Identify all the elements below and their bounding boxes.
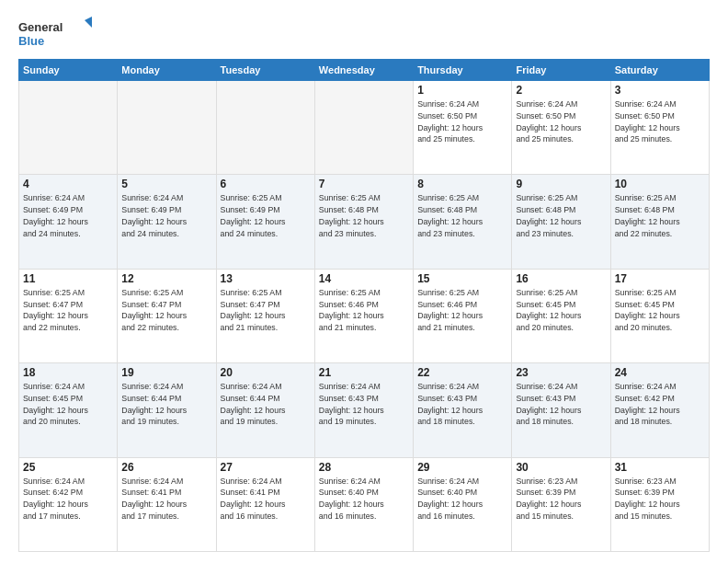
calendar-cell: 2Sunrise: 6:24 AMSunset: 6:50 PMDaylight… <box>512 81 610 175</box>
day-info: Sunrise: 6:24 AMSunset: 6:40 PMDaylight:… <box>417 476 507 523</box>
day-number: 29 <box>417 461 507 474</box>
day-number: 16 <box>516 272 606 285</box>
day-info: Sunrise: 6:25 AMSunset: 6:49 PMDaylight:… <box>221 192 311 239</box>
day-info: Sunrise: 6:24 AMSunset: 6:44 PMDaylight:… <box>221 381 311 428</box>
day-info: Sunrise: 6:25 AMSunset: 6:47 PMDaylight:… <box>121 287 211 334</box>
calendar-cell: 30Sunrise: 6:23 AMSunset: 6:39 PMDayligh… <box>512 457 610 551</box>
day-info: Sunrise: 6:24 AMSunset: 6:49 PMDaylight:… <box>23 192 113 239</box>
day-info: Sunrise: 6:24 AMSunset: 6:43 PMDaylight:… <box>319 381 409 428</box>
calendar-cell <box>216 81 314 175</box>
calendar-header-cell: Wednesday <box>314 60 413 81</box>
day-info: Sunrise: 6:25 AMSunset: 6:48 PMDaylight:… <box>516 192 606 239</box>
day-info: Sunrise: 6:24 AMSunset: 6:40 PMDaylight:… <box>319 476 409 523</box>
calendar-row: 25Sunrise: 6:24 AMSunset: 6:42 PMDayligh… <box>19 457 710 551</box>
calendar-header-cell: Monday <box>118 60 216 81</box>
day-info: Sunrise: 6:24 AMSunset: 6:41 PMDaylight:… <box>221 476 311 523</box>
day-number: 3 <box>615 84 705 97</box>
calendar-cell: 31Sunrise: 6:23 AMSunset: 6:39 PMDayligh… <box>610 457 709 551</box>
day-number: 2 <box>516 84 606 97</box>
calendar-row: 1Sunrise: 6:24 AMSunset: 6:50 PMDaylight… <box>19 81 710 175</box>
day-number: 30 <box>516 461 606 474</box>
day-info: Sunrise: 6:24 AMSunset: 6:41 PMDaylight:… <box>121 476 211 523</box>
day-info: Sunrise: 6:24 AMSunset: 6:49 PMDaylight:… <box>121 192 211 239</box>
day-number: 18 <box>23 366 113 379</box>
calendar-cell: 17Sunrise: 6:25 AMSunset: 6:45 PMDayligh… <box>610 269 709 362</box>
calendar-cell: 8Sunrise: 6:25 AMSunset: 6:48 PMDaylight… <box>414 175 512 269</box>
day-number: 15 <box>417 272 507 285</box>
calendar-header-row: SundayMondayTuesdayWednesdayThursdayFrid… <box>19 60 710 81</box>
day-info: Sunrise: 6:25 AMSunset: 6:47 PMDaylight:… <box>23 287 113 334</box>
calendar-cell: 16Sunrise: 6:25 AMSunset: 6:45 PMDayligh… <box>512 269 610 362</box>
day-info: Sunrise: 6:24 AMSunset: 6:50 PMDaylight:… <box>417 98 507 145</box>
calendar-header-cell: Friday <box>512 60 610 81</box>
calendar-cell: 20Sunrise: 6:24 AMSunset: 6:44 PMDayligh… <box>216 363 314 457</box>
calendar-cell: 24Sunrise: 6:24 AMSunset: 6:42 PMDayligh… <box>610 363 709 457</box>
day-number: 19 <box>121 366 211 379</box>
day-number: 13 <box>221 272 311 285</box>
calendar-cell <box>118 81 216 175</box>
day-info: Sunrise: 6:25 AMSunset: 6:46 PMDaylight:… <box>319 287 409 334</box>
day-info: Sunrise: 6:25 AMSunset: 6:45 PMDaylight:… <box>516 287 606 334</box>
day-number: 11 <box>23 272 113 285</box>
day-number: 5 <box>121 178 211 190</box>
calendar-cell: 18Sunrise: 6:24 AMSunset: 6:45 PMDayligh… <box>19 363 118 457</box>
calendar-row: 11Sunrise: 6:25 AMSunset: 6:47 PMDayligh… <box>19 269 710 362</box>
calendar-cell: 14Sunrise: 6:25 AMSunset: 6:46 PMDayligh… <box>314 269 413 362</box>
calendar-cell <box>314 81 413 175</box>
day-number: 9 <box>516 178 606 190</box>
calendar-cell: 27Sunrise: 6:24 AMSunset: 6:41 PMDayligh… <box>216 457 314 551</box>
calendar-cell: 5Sunrise: 6:24 AMSunset: 6:49 PMDaylight… <box>118 175 216 269</box>
day-number: 26 <box>121 461 211 474</box>
day-info: Sunrise: 6:24 AMSunset: 6:43 PMDaylight:… <box>417 381 507 428</box>
calendar-cell: 29Sunrise: 6:24 AMSunset: 6:40 PMDayligh… <box>414 457 512 551</box>
day-number: 1 <box>417 84 507 97</box>
calendar-row: 18Sunrise: 6:24 AMSunset: 6:45 PMDayligh… <box>19 363 710 457</box>
day-number: 23 <box>516 366 606 379</box>
day-info: Sunrise: 6:25 AMSunset: 6:48 PMDaylight:… <box>615 192 705 239</box>
day-number: 25 <box>23 461 113 474</box>
calendar-cell: 1Sunrise: 6:24 AMSunset: 6:50 PMDaylight… <box>414 81 512 175</box>
page: General Blue SundayMondayTuesdayWednesda… <box>0 0 728 563</box>
day-info: Sunrise: 6:25 AMSunset: 6:47 PMDaylight:… <box>221 287 311 334</box>
day-number: 17 <box>615 272 705 285</box>
logo-svg: General Blue <box>18 17 92 52</box>
calendar-cell: 10Sunrise: 6:25 AMSunset: 6:48 PMDayligh… <box>610 175 709 269</box>
calendar-cell: 19Sunrise: 6:24 AMSunset: 6:44 PMDayligh… <box>118 363 216 457</box>
logo: General Blue <box>18 17 92 52</box>
day-info: Sunrise: 6:25 AMSunset: 6:48 PMDaylight:… <box>319 192 409 239</box>
day-number: 7 <box>319 178 409 190</box>
day-number: 14 <box>319 272 409 285</box>
day-number: 12 <box>121 272 211 285</box>
day-number: 6 <box>221 178 311 190</box>
calendar-header-cell: Thursday <box>414 60 512 81</box>
calendar-cell: 21Sunrise: 6:24 AMSunset: 6:43 PMDayligh… <box>314 363 413 457</box>
calendar-cell <box>19 81 118 175</box>
calendar-cell: 22Sunrise: 6:24 AMSunset: 6:43 PMDayligh… <box>414 363 512 457</box>
day-info: Sunrise: 6:25 AMSunset: 6:46 PMDaylight:… <box>417 287 507 334</box>
day-number: 28 <box>319 461 409 474</box>
svg-text:General: General <box>18 20 63 34</box>
day-number: 27 <box>221 461 311 474</box>
day-number: 4 <box>23 178 113 190</box>
day-number: 22 <box>417 366 507 379</box>
calendar-table: SundayMondayTuesdayWednesdayThursdayFrid… <box>18 59 710 552</box>
calendar-body: 1Sunrise: 6:24 AMSunset: 6:50 PMDaylight… <box>19 81 710 552</box>
day-info: Sunrise: 6:24 AMSunset: 6:44 PMDaylight:… <box>121 381 211 428</box>
day-info: Sunrise: 6:24 AMSunset: 6:50 PMDaylight:… <box>516 98 606 145</box>
header: General Blue <box>18 17 710 52</box>
calendar-header-cell: Saturday <box>610 60 709 81</box>
calendar-cell: 4Sunrise: 6:24 AMSunset: 6:49 PMDaylight… <box>19 175 118 269</box>
day-number: 24 <box>615 366 705 379</box>
calendar-cell: 23Sunrise: 6:24 AMSunset: 6:43 PMDayligh… <box>512 363 610 457</box>
calendar-cell: 15Sunrise: 6:25 AMSunset: 6:46 PMDayligh… <box>414 269 512 362</box>
calendar-cell: 25Sunrise: 6:24 AMSunset: 6:42 PMDayligh… <box>19 457 118 551</box>
day-number: 21 <box>319 366 409 379</box>
calendar-cell: 6Sunrise: 6:25 AMSunset: 6:49 PMDaylight… <box>216 175 314 269</box>
calendar-header-cell: Tuesday <box>216 60 314 81</box>
calendar-cell: 9Sunrise: 6:25 AMSunset: 6:48 PMDaylight… <box>512 175 610 269</box>
day-info: Sunrise: 6:24 AMSunset: 6:42 PMDaylight:… <box>615 381 705 428</box>
day-info: Sunrise: 6:24 AMSunset: 6:42 PMDaylight:… <box>23 476 113 523</box>
calendar-cell: 26Sunrise: 6:24 AMSunset: 6:41 PMDayligh… <box>118 457 216 551</box>
calendar-header-cell: Sunday <box>19 60 118 81</box>
calendar-cell: 7Sunrise: 6:25 AMSunset: 6:48 PMDaylight… <box>314 175 413 269</box>
